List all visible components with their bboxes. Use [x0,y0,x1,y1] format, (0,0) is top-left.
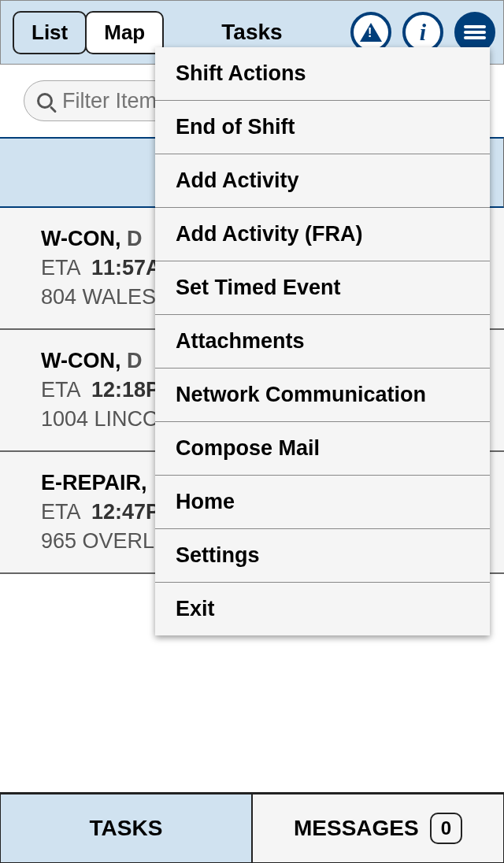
menu-item-compose-mail[interactable]: Compose Mail [155,422,490,476]
page-title: Tasks [221,20,282,45]
menu-item-set-timed-event[interactable]: Set Timed Event [155,261,490,315]
bottom-tab-tasks[interactable]: TASKS [0,794,252,863]
view-tab-group: List Map [13,11,162,54]
menu-item-settings[interactable]: Settings [155,529,490,583]
dropdown-menu: Shift Actions End of Shift Add Activity … [155,47,490,635]
messages-count-badge: 0 [430,813,462,844]
menu-item-add-activity[interactable]: Add Activity [155,154,490,208]
menu-item-network-communication[interactable]: Network Communication [155,369,490,422]
bottom-tab-messages[interactable]: MESSAGES 0 [252,794,504,863]
tab-map[interactable]: Map [85,11,164,54]
messages-label: MESSAGES [294,816,419,841]
menu-item-add-activity-fra[interactable]: Add Activity (FRA) [155,208,490,261]
hamburger-icon [464,23,486,42]
tab-list[interactable]: List [13,11,87,54]
info-icon: i [420,19,426,46]
alert-icon [360,23,382,42]
menu-item-exit[interactable]: Exit [155,583,490,635]
menu-item-shift-actions[interactable]: Shift Actions [155,47,490,101]
menu-item-home[interactable]: Home [155,476,490,529]
menu-item-attachments[interactable]: Attachments [155,315,490,369]
search-icon [37,93,53,109]
bottom-nav: TASKS MESSAGES 0 [0,792,504,863]
menu-item-end-of-shift[interactable]: End of Shift [155,101,490,154]
